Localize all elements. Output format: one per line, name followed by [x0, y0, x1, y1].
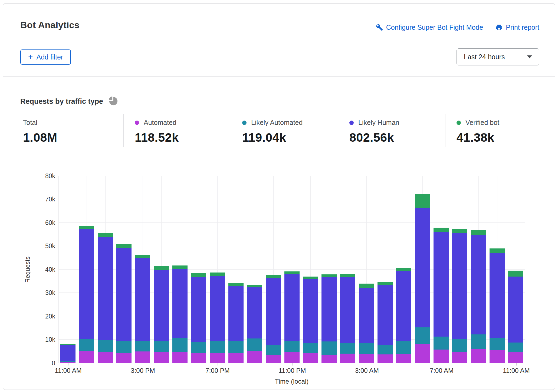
segment-automated [247, 351, 262, 363]
stat-label: Total [23, 119, 37, 127]
y-tick-label: 80k [34, 172, 55, 180]
x-tick-mark [292, 363, 293, 366]
bar-slot-10-00-pm [264, 176, 283, 363]
y-tick-label: 60k [34, 219, 55, 226]
stacked-bar[interactable] [490, 248, 505, 363]
stat-automated: Automated118.52k [123, 114, 231, 147]
x-tick-label: 3:00 AM [344, 367, 390, 374]
segment-likely-automated [471, 334, 486, 349]
segment-verified-bot [79, 226, 94, 229]
stacked-bar[interactable] [378, 282, 393, 363]
stacked-bar[interactable] [434, 228, 449, 363]
stacked-bar[interactable] [396, 268, 411, 363]
segment-automated [154, 352, 169, 363]
segment-automated [116, 353, 132, 363]
bar-slot-10-00-am [488, 176, 506, 363]
segment-likely-human [303, 279, 318, 343]
bar-slot-1-00-pm [96, 176, 115, 363]
stacked-bar[interactable] [452, 229, 467, 363]
stacked-bar[interactable] [98, 233, 113, 363]
add-filter-button[interactable]: + Add filter [20, 49, 71, 65]
bar-slot-2-00-am [339, 176, 357, 363]
card-header: Bot Analytics Configure Super Bot Fight … [3, 4, 555, 77]
segment-verified-bot [98, 233, 113, 237]
stacked-bar[interactable] [116, 244, 132, 363]
stacked-bar[interactable] [284, 271, 300, 363]
segment-likely-human [434, 232, 449, 337]
legend-dot [135, 121, 139, 125]
print-report-link[interactable]: Print report [495, 24, 539, 31]
stacked-bar[interactable] [359, 284, 374, 363]
bar-slot-11-00-am [506, 176, 525, 363]
legend-dot [242, 121, 247, 125]
chevron-down-icon [527, 55, 532, 58]
stacked-bar[interactable] [60, 344, 76, 363]
stat-likely-automated: Likely Automated119.04k [231, 114, 338, 147]
segment-likely-human [266, 278, 281, 345]
time-range-select[interactable]: Last 24 hours [457, 48, 539, 65]
segment-automated [60, 362, 76, 363]
segment-likely-human [452, 233, 467, 339]
segment-likely-automated [79, 339, 94, 351]
x-tick-label: 11:00 PM [269, 367, 315, 374]
stat-value: 118.52k [135, 131, 231, 145]
segment-verified-bot [452, 229, 467, 233]
stacked-bar[interactable] [247, 285, 262, 363]
y-tick-label: 50k [34, 242, 55, 250]
stacked-bar[interactable] [135, 255, 150, 363]
stacked-bar[interactable] [303, 277, 318, 363]
stacked-bar[interactable] [415, 194, 430, 363]
segment-likely-automated [135, 341, 150, 351]
segment-verified-bot [116, 244, 132, 248]
segment-likely-human [321, 277, 337, 341]
bar-slot-7-00-pm [208, 176, 227, 363]
stacked-bar[interactable] [154, 266, 169, 363]
pie-chart-icon [108, 96, 118, 107]
card-body: Requests by traffic type Total1.08MAutom… [3, 77, 555, 390]
bar-slot-9-00-am [469, 176, 488, 363]
segment-automated [508, 352, 523, 363]
x-tick-mark [442, 363, 442, 366]
stacked-bar[interactable] [266, 275, 281, 363]
stacked-bar[interactable] [228, 283, 244, 363]
segment-automated [266, 355, 281, 363]
segment-verified-bot [191, 273, 206, 277]
segment-verified-bot [284, 271, 300, 274]
stat-verified-bot: Verified bot41.38k [445, 114, 540, 147]
time-range-value: Last 24 hours [464, 53, 505, 61]
y-tick-label: 70k [34, 196, 55, 203]
x-tick-label: 3:00 PM [120, 367, 166, 374]
printer-icon [495, 24, 503, 31]
segment-verified-bot [135, 255, 150, 258]
configure-super-bot-fight-mode-link[interactable]: Configure Super Bot Fight Mode [376, 24, 483, 31]
stacked-bar[interactable] [191, 273, 206, 363]
segment-verified-bot [154, 266, 169, 270]
stacked-bar[interactable] [508, 271, 523, 363]
y-axis-title: Requests [23, 176, 32, 363]
segment-verified-bot [266, 275, 281, 278]
stacked-bar[interactable] [172, 265, 188, 363]
bar-slot-5-00-pm [171, 176, 189, 363]
stacked-bar[interactable] [79, 226, 94, 363]
segment-automated [98, 352, 113, 363]
x-axis-title: Time (local) [275, 378, 308, 385]
segment-likely-automated [378, 345, 393, 354]
stacked-bar[interactable] [321, 274, 337, 363]
segment-likely-human [154, 270, 169, 341]
stacked-bar[interactable] [340, 274, 355, 363]
bar-slot-6-00-pm [189, 176, 208, 363]
stacked-bar[interactable] [210, 273, 225, 363]
y-tick-label: 30k [34, 289, 55, 296]
segment-likely-automated [210, 341, 225, 353]
segment-verified-bot [471, 230, 486, 235]
x-tick-mark [516, 363, 517, 366]
segment-verified-bot [321, 274, 337, 277]
x-tick-mark [218, 363, 218, 366]
segment-likely-automated [359, 343, 374, 354]
stat-label: Likely Automated [251, 119, 303, 127]
segment-likely-human [116, 248, 132, 341]
segment-likely-human [340, 277, 355, 343]
bar-slot-7-00-am [432, 176, 450, 363]
stacked-bar[interactable] [471, 230, 486, 363]
vertical-gridline [68, 176, 68, 363]
